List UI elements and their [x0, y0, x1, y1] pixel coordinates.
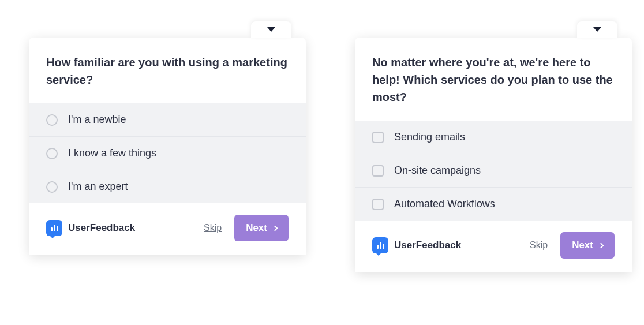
checkbox-icon [372, 199, 384, 210]
footer-actions: Skip Next [530, 232, 615, 259]
next-button[interactable]: Next [560, 232, 615, 259]
options-list: Sending emails On-site campaigns Automat… [355, 121, 632, 221]
checkbox-icon [372, 165, 384, 177]
option-onsite-campaigns[interactable]: On-site campaigns [355, 154, 632, 188]
radio-icon [46, 114, 58, 126]
option-automated-workflows[interactable]: Automated Workflows [355, 188, 632, 221]
option-expert[interactable]: I'm an expert [29, 170, 306, 203]
option-label: Sending emails [394, 131, 465, 143]
minimize-tab[interactable] [251, 21, 291, 38]
next-button[interactable]: Next [234, 215, 289, 241]
option-label: I know a few things [68, 147, 156, 159]
card-footer: UserFeedback Skip Next [355, 221, 632, 272]
question-text: How familiar are you with using a market… [46, 54, 289, 88]
brand-name: UserFeedback [394, 240, 461, 251]
next-label: Next [572, 240, 593, 251]
question-text: No matter where you're at, we're here to… [372, 54, 615, 106]
radio-icon [46, 148, 58, 159]
chevron-right-icon [272, 225, 278, 231]
brand-name: UserFeedback [68, 222, 135, 234]
userfeedback-logo-icon [46, 220, 62, 236]
option-sending-emails[interactable]: Sending emails [355, 121, 632, 154]
card-footer: UserFeedback Skip Next [29, 203, 306, 255]
option-label: On-site campaigns [394, 165, 481, 177]
next-label: Next [246, 222, 267, 234]
chevron-right-icon [598, 242, 604, 248]
question-header: No matter where you're at, we're here to… [355, 38, 632, 121]
option-newbie[interactable]: I'm a newbie [29, 103, 306, 137]
chevron-down-icon [267, 27, 275, 32]
question-header: How familiar are you with using a market… [29, 38, 306, 103]
option-label: Automated Workflows [394, 198, 495, 210]
options-list: I'm a newbie I know a few things I'm an … [29, 103, 306, 203]
chevron-down-icon [593, 27, 601, 32]
option-few-things[interactable]: I know a few things [29, 137, 306, 170]
skip-button[interactable]: Skip [530, 240, 548, 251]
userfeedback-logo-icon [372, 237, 388, 253]
survey-card-services: No matter where you're at, we're here to… [355, 38, 632, 272]
skip-button[interactable]: Skip [204, 223, 222, 233]
option-label: I'm an expert [68, 181, 128, 193]
checkbox-icon [372, 132, 384, 143]
option-label: I'm a newbie [68, 114, 126, 126]
footer-actions: Skip Next [204, 215, 289, 241]
survey-card-familiarity: How familiar are you with using a market… [29, 38, 306, 255]
radio-icon [46, 181, 58, 193]
minimize-tab[interactable] [577, 21, 617, 38]
